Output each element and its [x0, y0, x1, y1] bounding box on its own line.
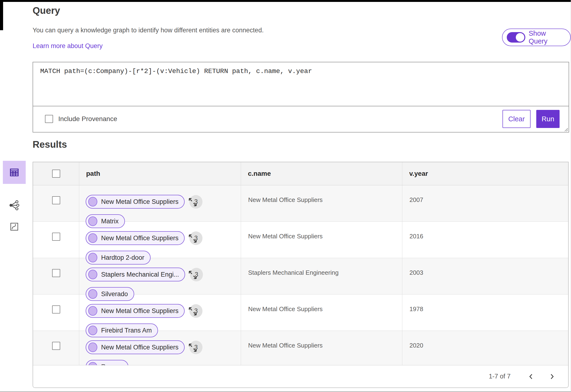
- query-actions-bar: Include Provenance Clear Run: [33, 106, 569, 132]
- node-icon: [88, 270, 97, 279]
- path-start-node-pill[interactable]: New Metal Office Suppliers: [86, 304, 185, 318]
- path-start-node-pill[interactable]: New Metal Office Suppliers: [86, 195, 185, 209]
- map-view-button[interactable]: [3, 216, 26, 238]
- vyear-cell: 2020: [402, 331, 568, 365]
- query-editor-panel: MATCH path=(c:Company)-[r*2]-(v:Vehicle)…: [33, 62, 569, 132]
- expand-path-icon[interactable]: [187, 269, 198, 280]
- table-row: Staplers Mechanical Engi... 3 Silverado: [33, 258, 568, 294]
- toggle-knob: [516, 33, 524, 42]
- expand-path-icon[interactable]: [187, 197, 198, 207]
- app-window: Query You can query a knowledge graph to…: [0, 0, 571, 392]
- path-start-node-pill[interactable]: New Metal Office Suppliers: [86, 340, 185, 354]
- path-start-node-pill[interactable]: Staplers Mechanical Engi...: [86, 268, 185, 281]
- map-view-icon: [9, 222, 19, 232]
- node-icon: [88, 362, 97, 365]
- column-header-cname: c.name: [241, 162, 402, 185]
- view-switcher: [3, 161, 26, 238]
- path-start-node-pill[interactable]: New Metal Office Suppliers: [86, 231, 185, 245]
- table-view-icon: [9, 167, 20, 178]
- node-icon: [88, 197, 97, 207]
- graph-view-icon: [9, 200, 20, 211]
- include-provenance-checkbox[interactable]: [45, 115, 53, 123]
- query-input[interactable]: MATCH path=(c:Company)-[r*2]-(v:Vehicle)…: [33, 62, 569, 106]
- table-pagination-bar: 1-7 of 7: [33, 365, 568, 388]
- path-end-node-pill[interactable]: Ranger: [86, 360, 128, 365]
- expand-path-icon[interactable]: [187, 342, 198, 353]
- window-top-edge: [0, 0, 571, 2]
- table-row: New Metal Office Suppliers 3 Matrix: [33, 185, 568, 222]
- pagination-next-button[interactable]: [547, 372, 557, 381]
- expand-path-icon[interactable]: [187, 306, 198, 316]
- page-title: Query: [33, 5, 60, 16]
- table-body: New Metal Office Suppliers 3 Matrix: [33, 185, 568, 365]
- node-icon: [88, 233, 97, 243]
- include-provenance-label: Include Provenance: [58, 115, 117, 123]
- chevron-right-icon: [548, 373, 556, 380]
- row-checkbox[interactable]: [52, 233, 60, 241]
- table-row: New Metal Office Suppliers 3 Firebird Tr…: [33, 294, 568, 331]
- show-query-toggle[interactable]: Show Query: [502, 28, 571, 46]
- select-all-checkbox[interactable]: [52, 170, 60, 178]
- pagination-prev-button[interactable]: [526, 372, 536, 381]
- window-left-edge: [0, 0, 3, 30]
- row-checkbox[interactable]: [52, 342, 60, 350]
- node-icon: [88, 343, 97, 352]
- column-header-path: path: [79, 162, 241, 185]
- row-checkbox[interactable]: [52, 196, 60, 204]
- graph-view-button[interactable]: [3, 195, 26, 216]
- table-row: New Metal Office Suppliers 3 Hardtop 2-d…: [33, 222, 568, 258]
- column-header-vyear: v.year: [402, 162, 568, 185]
- cname-cell: New Metal Office Suppliers: [241, 331, 402, 365]
- resize-grip-icon[interactable]: [563, 126, 568, 132]
- learn-more-link[interactable]: Learn more about Query: [33, 42, 102, 50]
- node-icon: [88, 306, 97, 316]
- show-query-label: Show Query: [529, 29, 564, 45]
- toggle-on-icon[interactable]: [507, 32, 525, 42]
- run-button[interactable]: Run: [536, 110, 560, 128]
- results-table: path c.name v.year New Metal Office Supp…: [33, 162, 569, 388]
- expand-path-icon[interactable]: [187, 233, 198, 244]
- clear-button[interactable]: Clear: [502, 110, 530, 128]
- chevron-left-icon: [528, 373, 535, 380]
- table-view-button[interactable]: [3, 161, 26, 184]
- table-header-row: path c.name v.year: [33, 162, 568, 185]
- row-checkbox[interactable]: [52, 305, 60, 313]
- table-row: New Metal Office Suppliers 3 Ranger: [33, 331, 568, 365]
- pagination-range-label: 1-7 of 7: [489, 373, 511, 380]
- row-checkbox[interactable]: [52, 269, 60, 277]
- path-cell: New Metal Office Suppliers 3 Ranger: [79, 331, 241, 365]
- page-description: You can query a knowledge graph to ident…: [33, 27, 264, 34]
- results-title: Results: [33, 139, 67, 150]
